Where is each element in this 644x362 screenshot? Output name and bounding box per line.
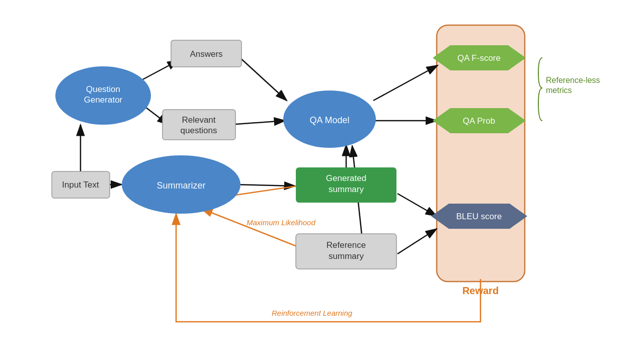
- input-text-label: Input Text: [62, 180, 99, 190]
- relevant-questions-label2: questions: [181, 126, 217, 135]
- qa-fscore-label: QA F-score: [457, 53, 501, 63]
- question-generator-label: Question: [86, 84, 120, 94]
- qa-prob-label: QA Prob: [463, 116, 495, 126]
- reference-summary-label2: summary: [329, 251, 364, 261]
- generated-summary-label: Generated: [326, 173, 366, 183]
- diagram: Reward Reference-less metrics Maximum Li…: [0, 0, 644, 362]
- summarizer-label: Summarizer: [156, 180, 205, 191]
- relevant-questions-box: [163, 110, 235, 140]
- max-likelihood-label: Maximum Likelihood: [247, 218, 315, 227]
- svg-line-13: [397, 194, 437, 216]
- generated-summary-label2: summary: [329, 185, 364, 194]
- bleu-score-label: BLEU score: [456, 212, 502, 221]
- reference-less-label: Reference-less: [546, 76, 600, 84]
- qa-model-label: QA Model: [309, 115, 349, 125]
- reference-less-label2: metrics: [546, 86, 572, 95]
- relevant-questions-label: Relevant: [182, 115, 215, 125]
- svg-line-9: [235, 185, 295, 186]
- question-generator-label2: Generator: [84, 95, 123, 105]
- svg-line-14: [397, 229, 437, 254]
- reference-summary-label: Reference: [327, 240, 366, 250]
- svg-line-7: [239, 57, 287, 101]
- svg-line-11: [373, 65, 438, 101]
- reinforcement-learning-label: Reinforcement Learning: [272, 309, 353, 317]
- svg-line-8: [229, 121, 285, 125]
- answers-label: Answers: [190, 49, 222, 59]
- svg-line-16: [201, 209, 297, 246]
